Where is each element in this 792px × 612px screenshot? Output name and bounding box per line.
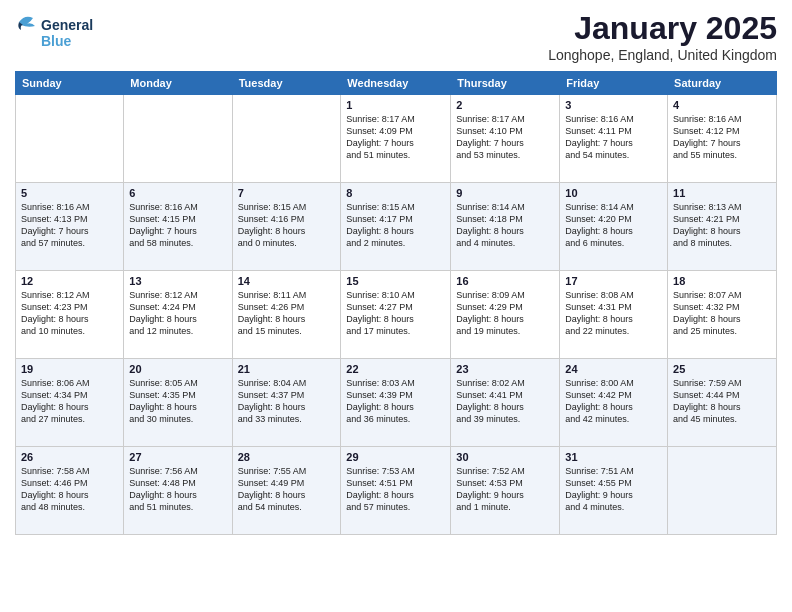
day-number: 18 xyxy=(673,275,771,287)
day-info: Sunrise: 8:14 AM Sunset: 4:20 PM Dayligh… xyxy=(565,201,662,250)
day-info: Sunrise: 8:17 AM Sunset: 4:09 PM Dayligh… xyxy=(346,113,445,162)
table-row: 17Sunrise: 8:08 AM Sunset: 4:31 PM Dayli… xyxy=(560,271,668,359)
header-saturday: Saturday xyxy=(668,72,777,95)
day-info: Sunrise: 8:12 AM Sunset: 4:24 PM Dayligh… xyxy=(129,289,226,338)
day-number: 13 xyxy=(129,275,226,287)
day-info: Sunrise: 8:16 AM Sunset: 4:13 PM Dayligh… xyxy=(21,201,118,250)
table-row: 27Sunrise: 7:56 AM Sunset: 4:48 PM Dayli… xyxy=(124,447,232,535)
header-monday: Monday xyxy=(124,72,232,95)
day-info: Sunrise: 8:16 AM Sunset: 4:15 PM Dayligh… xyxy=(129,201,226,250)
table-row: 29Sunrise: 7:53 AM Sunset: 4:51 PM Dayli… xyxy=(341,447,451,535)
table-row: 16Sunrise: 8:09 AM Sunset: 4:29 PM Dayli… xyxy=(451,271,560,359)
day-info: Sunrise: 8:07 AM Sunset: 4:32 PM Dayligh… xyxy=(673,289,771,338)
table-row: 13Sunrise: 8:12 AM Sunset: 4:24 PM Dayli… xyxy=(124,271,232,359)
day-info: Sunrise: 7:51 AM Sunset: 4:55 PM Dayligh… xyxy=(565,465,662,514)
table-row: 3Sunrise: 8:16 AM Sunset: 4:11 PM Daylig… xyxy=(560,95,668,183)
logo-svg: General Blue xyxy=(15,10,145,54)
table-row: 6Sunrise: 8:16 AM Sunset: 4:15 PM Daylig… xyxy=(124,183,232,271)
day-number: 23 xyxy=(456,363,554,375)
table-row: 10Sunrise: 8:14 AM Sunset: 4:20 PM Dayli… xyxy=(560,183,668,271)
logo: General Blue xyxy=(15,10,145,58)
day-info: Sunrise: 8:15 AM Sunset: 4:16 PM Dayligh… xyxy=(238,201,336,250)
table-row: 12Sunrise: 8:12 AM Sunset: 4:23 PM Dayli… xyxy=(16,271,124,359)
table-row: 25Sunrise: 7:59 AM Sunset: 4:44 PM Dayli… xyxy=(668,359,777,447)
table-row xyxy=(232,95,341,183)
calendar-week-row: 12Sunrise: 8:12 AM Sunset: 4:23 PM Dayli… xyxy=(16,271,777,359)
day-number: 4 xyxy=(673,99,771,111)
day-number: 21 xyxy=(238,363,336,375)
day-info: Sunrise: 8:15 AM Sunset: 4:17 PM Dayligh… xyxy=(346,201,445,250)
day-number: 16 xyxy=(456,275,554,287)
day-number: 12 xyxy=(21,275,118,287)
calendar-week-row: 5Sunrise: 8:16 AM Sunset: 4:13 PM Daylig… xyxy=(16,183,777,271)
day-info: Sunrise: 7:52 AM Sunset: 4:53 PM Dayligh… xyxy=(456,465,554,514)
table-row: 23Sunrise: 8:02 AM Sunset: 4:41 PM Dayli… xyxy=(451,359,560,447)
day-number: 17 xyxy=(565,275,662,287)
day-number: 6 xyxy=(129,187,226,199)
table-row: 9Sunrise: 8:14 AM Sunset: 4:18 PM Daylig… xyxy=(451,183,560,271)
table-row xyxy=(16,95,124,183)
day-info: Sunrise: 7:56 AM Sunset: 4:48 PM Dayligh… xyxy=(129,465,226,514)
day-info: Sunrise: 8:12 AM Sunset: 4:23 PM Dayligh… xyxy=(21,289,118,338)
day-info: Sunrise: 8:05 AM Sunset: 4:35 PM Dayligh… xyxy=(129,377,226,426)
day-info: Sunrise: 8:16 AM Sunset: 4:12 PM Dayligh… xyxy=(673,113,771,162)
calendar-week-row: 19Sunrise: 8:06 AM Sunset: 4:34 PM Dayli… xyxy=(16,359,777,447)
table-row xyxy=(668,447,777,535)
table-row: 24Sunrise: 8:00 AM Sunset: 4:42 PM Dayli… xyxy=(560,359,668,447)
day-number: 29 xyxy=(346,451,445,463)
day-info: Sunrise: 8:08 AM Sunset: 4:31 PM Dayligh… xyxy=(565,289,662,338)
day-info: Sunrise: 8:00 AM Sunset: 4:42 PM Dayligh… xyxy=(565,377,662,426)
day-info: Sunrise: 8:17 AM Sunset: 4:10 PM Dayligh… xyxy=(456,113,554,162)
table-row: 5Sunrise: 8:16 AM Sunset: 4:13 PM Daylig… xyxy=(16,183,124,271)
day-info: Sunrise: 8:11 AM Sunset: 4:26 PM Dayligh… xyxy=(238,289,336,338)
day-info: Sunrise: 8:13 AM Sunset: 4:21 PM Dayligh… xyxy=(673,201,771,250)
day-number: 28 xyxy=(238,451,336,463)
day-number: 15 xyxy=(346,275,445,287)
day-number: 5 xyxy=(21,187,118,199)
table-row: 31Sunrise: 7:51 AM Sunset: 4:55 PM Dayli… xyxy=(560,447,668,535)
day-number: 3 xyxy=(565,99,662,111)
day-number: 22 xyxy=(346,363,445,375)
table-row: 7Sunrise: 8:15 AM Sunset: 4:16 PM Daylig… xyxy=(232,183,341,271)
table-row: 21Sunrise: 8:04 AM Sunset: 4:37 PM Dayli… xyxy=(232,359,341,447)
day-info: Sunrise: 8:09 AM Sunset: 4:29 PM Dayligh… xyxy=(456,289,554,338)
day-number: 14 xyxy=(238,275,336,287)
table-row: 28Sunrise: 7:55 AM Sunset: 4:49 PM Dayli… xyxy=(232,447,341,535)
calendar-header-row: Sunday Monday Tuesday Wednesday Thursday… xyxy=(16,72,777,95)
calendar-week-row: 26Sunrise: 7:58 AM Sunset: 4:46 PM Dayli… xyxy=(16,447,777,535)
day-info: Sunrise: 8:10 AM Sunset: 4:27 PM Dayligh… xyxy=(346,289,445,338)
table-row: 30Sunrise: 7:52 AM Sunset: 4:53 PM Dayli… xyxy=(451,447,560,535)
header: General Blue January 2025 Longhope, Engl… xyxy=(15,10,777,63)
table-row: 26Sunrise: 7:58 AM Sunset: 4:46 PM Dayli… xyxy=(16,447,124,535)
day-number: 27 xyxy=(129,451,226,463)
table-row xyxy=(124,95,232,183)
day-info: Sunrise: 8:02 AM Sunset: 4:41 PM Dayligh… xyxy=(456,377,554,426)
svg-text:General: General xyxy=(41,17,93,33)
table-row: 1Sunrise: 8:17 AM Sunset: 4:09 PM Daylig… xyxy=(341,95,451,183)
day-info: Sunrise: 8:16 AM Sunset: 4:11 PM Dayligh… xyxy=(565,113,662,162)
day-number: 20 xyxy=(129,363,226,375)
day-number: 8 xyxy=(346,187,445,199)
day-number: 1 xyxy=(346,99,445,111)
table-row: 20Sunrise: 8:05 AM Sunset: 4:35 PM Dayli… xyxy=(124,359,232,447)
calendar-week-row: 1Sunrise: 8:17 AM Sunset: 4:09 PM Daylig… xyxy=(16,95,777,183)
day-number: 31 xyxy=(565,451,662,463)
month-title: January 2025 xyxy=(548,10,777,47)
header-tuesday: Tuesday xyxy=(232,72,341,95)
day-number: 2 xyxy=(456,99,554,111)
day-info: Sunrise: 8:04 AM Sunset: 4:37 PM Dayligh… xyxy=(238,377,336,426)
header-wednesday: Wednesday xyxy=(341,72,451,95)
svg-text:Blue: Blue xyxy=(41,33,72,49)
day-info: Sunrise: 8:03 AM Sunset: 4:39 PM Dayligh… xyxy=(346,377,445,426)
day-number: 10 xyxy=(565,187,662,199)
calendar-table: Sunday Monday Tuesday Wednesday Thursday… xyxy=(15,71,777,535)
header-friday: Friday xyxy=(560,72,668,95)
day-number: 7 xyxy=(238,187,336,199)
title-area: January 2025 Longhope, England, United K… xyxy=(548,10,777,63)
day-info: Sunrise: 8:14 AM Sunset: 4:18 PM Dayligh… xyxy=(456,201,554,250)
table-row: 19Sunrise: 8:06 AM Sunset: 4:34 PM Dayli… xyxy=(16,359,124,447)
table-row: 8Sunrise: 8:15 AM Sunset: 4:17 PM Daylig… xyxy=(341,183,451,271)
table-row: 11Sunrise: 8:13 AM Sunset: 4:21 PM Dayli… xyxy=(668,183,777,271)
table-row: 18Sunrise: 8:07 AM Sunset: 4:32 PM Dayli… xyxy=(668,271,777,359)
day-number: 19 xyxy=(21,363,118,375)
